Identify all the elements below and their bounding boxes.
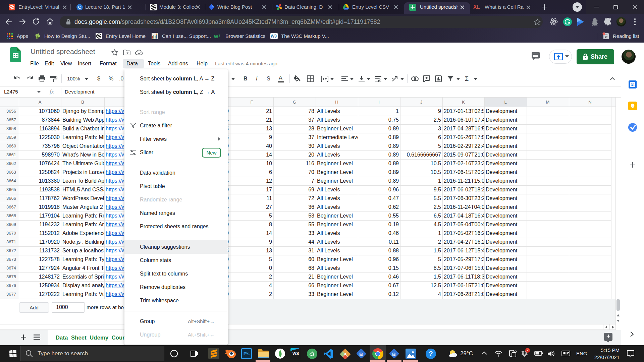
svg-text:31: 31 (631, 83, 635, 87)
svg-text:W3: W3 (271, 34, 277, 39)
svg-text:w: w (214, 34, 218, 39)
svg-text:3: 3 (218, 34, 220, 37)
svg-text:B: B (392, 351, 396, 357)
svg-text:B: B (359, 351, 363, 357)
